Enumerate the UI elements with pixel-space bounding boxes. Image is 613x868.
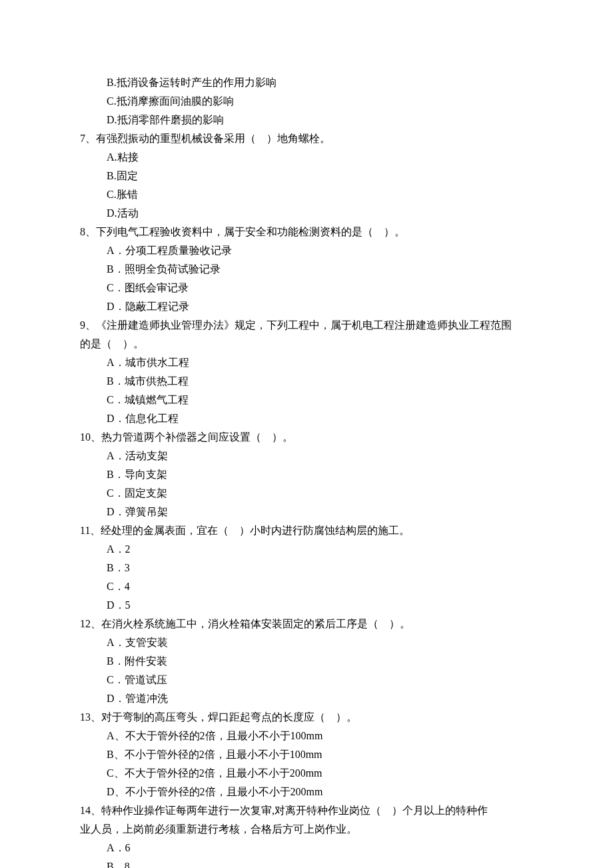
question-number: 12 [80, 618, 91, 629]
blank [256, 129, 267, 148]
blank [112, 335, 123, 353]
option-text: B．3 [80, 559, 533, 577]
blank [325, 708, 336, 727]
stem-after: ）地角螺栓。 [267, 133, 330, 144]
stem-after: ）个月以上的特种作 [392, 805, 488, 816]
question-9: 9、《注册建造师执业管理办法》规定，下列工程中，属于机电工程注册建造师执业工程范… [80, 316, 533, 428]
option-text: B．8 [80, 857, 533, 868]
question-number: 7 [80, 133, 85, 144]
question-stem: 9、《注册建造师执业管理办法》规定，下列工程中，属于机电工程注册建造师执业工程范… [80, 316, 533, 335]
stem-before: 、经处理的金属表面，宜在（ [90, 525, 229, 536]
option-text: D.活动 [80, 204, 533, 223]
stem-before: 、特种作业操作证每两年进行一次复审,对离开特种作业岗位（ [91, 805, 381, 816]
blank [261, 428, 272, 447]
option-text: C．管道试压 [80, 671, 533, 689]
stem-after: ）。 [384, 226, 405, 237]
option-text: C.抵消摩擦面间油膜的影响 [80, 92, 533, 111]
stem-after: ）。 [272, 431, 293, 443]
option-text: A．城市供水工程 [80, 353, 533, 372]
question-number: 11 [80, 525, 90, 536]
option-text: A．6 [80, 839, 533, 857]
option-text: B．导向支架 [80, 465, 533, 484]
stem-before: 、热力管道两个补偿器之间应设置（ [91, 431, 261, 443]
question-10: 10、热力管道两个补偿器之间应设置（ ）。 A．活动支架 B．导向支架 C．固定… [80, 428, 533, 521]
option-text: D．管道冲洗 [80, 689, 533, 708]
option-text: A．活动支架 [80, 447, 533, 465]
question-number: 8 [80, 226, 85, 237]
option-text: C．固定支架 [80, 484, 533, 503]
question-stem: 13、对于弯制的高压弯头，焊口距起弯点的长度应（ ）。 [80, 708, 533, 727]
blank [381, 801, 392, 820]
option-text: B．城市供热工程 [80, 372, 533, 391]
question-7: 7、有强烈振动的重型机械设备采用（ ）地角螺栓。 A.粘接 B.固定 C.胀错 … [80, 129, 533, 223]
option-text: A．分项工程质量验收记录 [80, 241, 533, 260]
option-text: C．4 [80, 577, 533, 596]
option-text: B.固定 [80, 167, 533, 185]
question-number: 9 [80, 319, 85, 331]
question-14: 14、特种作业操作证每两年进行一次复审,对离开特种作业岗位（ ）个月以上的特种作… [80, 801, 533, 868]
stem-before: 、下列电气工程验收资料中，属于安全和功能检测资料的是（ [85, 226, 373, 237]
stem-before: 、有强烈振动的重型机械设备采用（ [85, 133, 256, 144]
stem-after: ）小时内进行防腐蚀结构层的施工。 [239, 525, 410, 536]
blank [229, 521, 239, 540]
question-number: 10 [80, 431, 91, 443]
stem-before: 、对于弯制的高压弯头，焊口距起弯点的长度应（ [91, 711, 325, 723]
option-text: C．城镇燃气工程 [80, 391, 533, 409]
option-text: D.抵消零部件磨损的影响 [80, 111, 533, 129]
question-stem: 11、经处理的金属表面，宜在（ ）小时内进行防腐蚀结构层的施工。 [80, 521, 533, 540]
option-text: B．附件安装 [80, 652, 533, 671]
option-text: C、不大于管外径的2倍，且最小不小于200mm [80, 764, 533, 783]
option-text: B．照明全负荷试验记录 [80, 260, 533, 279]
option-text: D．弹簧吊架 [80, 503, 533, 521]
question-8: 8、下列电气工程验收资料中，属于安全和功能检测资料的是（ ）。 A．分项工程质量… [80, 223, 533, 316]
question-stem-line2: 的是（ ）。 [80, 335, 533, 353]
option-text: A.粘接 [80, 148, 533, 167]
question-number: 14 [80, 805, 91, 816]
question-11: 11、经处理的金属表面，宜在（ ）小时内进行防腐蚀结构层的施工。 A．2 B．3… [80, 521, 533, 615]
question-prev-continuation: B.抵消设备运转时产生的作用力影响 C.抵消摩擦面间油膜的影响 D.抵消零部件磨… [80, 73, 533, 129]
option-text: A、不大于管外径的2倍，且最小不小于100mm [80, 727, 533, 745]
question-stem: 12、在消火栓系统施工中，消火栓箱体安装固定的紧后工序是（ ）。 [80, 615, 533, 633]
option-text: D．5 [80, 596, 533, 615]
option-text: A．2 [80, 540, 533, 559]
question-stem: 7、有强烈振动的重型机械设备采用（ ）地角螺栓。 [80, 129, 533, 148]
stem-after: ）。 [389, 618, 410, 629]
stem-line2-after: ）。 [123, 338, 144, 349]
question-stem: 10、热力管道两个补偿器之间应设置（ ）。 [80, 428, 533, 447]
option-text: D．隐蔽工程记录 [80, 297, 533, 316]
option-text: D、不小于管外径的2倍，且最小不小于200mm [80, 783, 533, 801]
option-text: B、不小于管外径的2倍，且最小不小于100mm [80, 745, 533, 764]
stem-line2-before: 业人员，上岗前必须重新进行考核，合格后方可上岗作业。 [80, 823, 357, 835]
question-stem: 14、特种作业操作证每两年进行一次复审,对离开特种作业岗位（ ）个月以上的特种作 [80, 801, 533, 820]
option-text: B.抵消设备运转时产生的作用力影响 [80, 73, 533, 92]
stem-after: ）。 [336, 711, 357, 723]
question-12: 12、在消火栓系统施工中，消火栓箱体安装固定的紧后工序是（ ）。 A．支管安装 … [80, 615, 533, 708]
page-container: B.抵消设备运转时产生的作用力影响 C.抵消摩擦面间油膜的影响 D.抵消零部件磨… [0, 0, 613, 868]
blank [378, 615, 389, 633]
stem-before: 、在消火栓系统施工中，消火栓箱体安装固定的紧后工序是（ [91, 618, 378, 629]
stem-line2-before: 的是（ [80, 338, 112, 349]
option-text: C.胀错 [80, 185, 533, 204]
question-number: 13 [80, 711, 91, 723]
option-text: C．图纸会审记录 [80, 279, 533, 297]
question-stem: 8、下列电气工程验收资料中，属于安全和功能检测资料的是（ ）。 [80, 223, 533, 241]
option-text: A．支管安装 [80, 633, 533, 652]
question-stem-line2: 业人员，上岗前必须重新进行考核，合格后方可上岗作业。 [80, 820, 533, 839]
option-text: D．信息化工程 [80, 409, 533, 428]
stem-before: 、《注册建造师执业管理办法》规定，下列工程中，属于机电工程注册建造师执业工程范围 [85, 319, 512, 331]
blank [373, 223, 384, 241]
question-13: 13、对于弯制的高压弯头，焊口距起弯点的长度应（ ）。 A、不大于管外径的2倍，… [80, 708, 533, 801]
